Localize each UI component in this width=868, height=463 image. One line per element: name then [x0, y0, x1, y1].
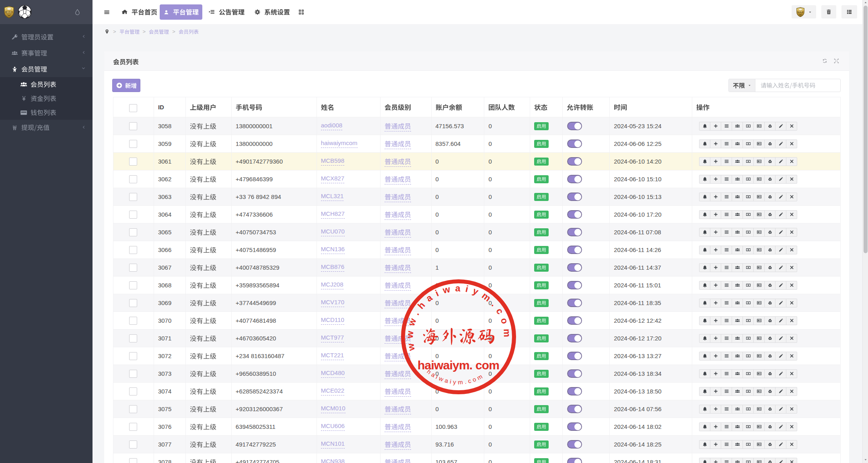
svg-text:MIHB: MIHB [6, 11, 12, 13]
svg-text:haiwaiym. com: haiwaiym. com [418, 359, 500, 372]
svg-text:www.haiwaiym.com: www.haiwaiym.com [404, 283, 512, 352]
svg-text:MIHB: MIHB [798, 11, 802, 13]
